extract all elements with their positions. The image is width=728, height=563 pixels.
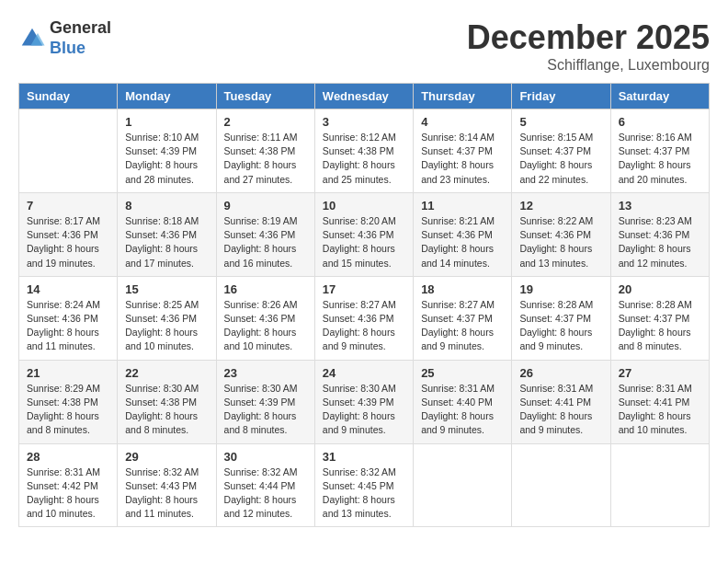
col-header-thursday: Thursday bbox=[414, 84, 512, 109]
day-cell bbox=[610, 443, 709, 527]
day-info: Sunrise: 8:26 AMSunset: 4:36 PMDaylight:… bbox=[224, 298, 307, 354]
day-cell: 19Sunrise: 8:28 AMSunset: 4:37 PMDayligh… bbox=[512, 276, 610, 360]
day-cell: 12Sunrise: 8:22 AMSunset: 4:36 PMDayligh… bbox=[512, 192, 610, 276]
day-number: 14 bbox=[27, 282, 109, 296]
day-number: 30 bbox=[224, 450, 307, 464]
logo-text: General Blue bbox=[50, 18, 111, 58]
day-cell: 30Sunrise: 8:32 AMSunset: 4:44 PMDayligh… bbox=[216, 443, 314, 527]
day-info: Sunrise: 8:31 AMSunset: 4:42 PMDaylight:… bbox=[27, 465, 109, 522]
day-info: Sunrise: 8:19 AMSunset: 4:36 PMDaylight:… bbox=[224, 214, 307, 270]
day-info: Sunrise: 8:10 AMSunset: 4:39 PMDaylight:… bbox=[125, 131, 208, 187]
day-info: Sunrise: 8:16 AMSunset: 4:37 PMDaylight:… bbox=[619, 131, 701, 187]
day-number: 24 bbox=[323, 366, 405, 380]
day-number: 17 bbox=[323, 282, 405, 296]
day-number: 29 bbox=[125, 450, 208, 464]
day-cell: 29Sunrise: 8:32 AMSunset: 4:43 PMDayligh… bbox=[118, 443, 216, 527]
col-header-friday: Friday bbox=[512, 84, 610, 109]
day-cell: 3Sunrise: 8:12 AMSunset: 4:38 PMDaylight… bbox=[314, 109, 413, 193]
day-info: Sunrise: 8:15 AMSunset: 4:37 PMDaylight:… bbox=[519, 131, 602, 187]
day-number: 3 bbox=[323, 115, 405, 129]
day-number: 10 bbox=[323, 199, 405, 213]
day-info: Sunrise: 8:32 AMSunset: 4:43 PMDaylight:… bbox=[125, 465, 208, 522]
week-row-4: 21Sunrise: 8:29 AMSunset: 4:38 PMDayligh… bbox=[19, 360, 710, 443]
day-number: 26 bbox=[519, 366, 602, 380]
day-cell: 28Sunrise: 8:31 AMSunset: 4:42 PMDayligh… bbox=[19, 443, 118, 527]
day-info: Sunrise: 8:17 AMSunset: 4:36 PMDaylight:… bbox=[27, 214, 109, 270]
day-number: 4 bbox=[421, 115, 504, 129]
day-cell: 11Sunrise: 8:21 AMSunset: 4:36 PMDayligh… bbox=[414, 192, 512, 276]
week-row-1: 1Sunrise: 8:10 AMSunset: 4:39 PMDaylight… bbox=[19, 109, 710, 193]
day-cell: 15Sunrise: 8:25 AMSunset: 4:36 PMDayligh… bbox=[118, 276, 216, 360]
day-cell bbox=[414, 443, 512, 527]
logo-blue-text: Blue bbox=[50, 39, 111, 59]
day-cell: 6Sunrise: 8:16 AMSunset: 4:37 PMDaylight… bbox=[610, 109, 709, 193]
calendar-table: SundayMondayTuesdayWednesdayThursdayFrid… bbox=[18, 83, 710, 527]
day-info: Sunrise: 8:24 AMSunset: 4:36 PMDaylight:… bbox=[27, 298, 109, 354]
col-header-monday: Monday bbox=[118, 84, 216, 109]
day-cell: 13Sunrise: 8:23 AMSunset: 4:36 PMDayligh… bbox=[610, 192, 709, 276]
day-number: 9 bbox=[224, 199, 307, 213]
day-cell: 14Sunrise: 8:24 AMSunset: 4:36 PMDayligh… bbox=[19, 276, 118, 360]
day-info: Sunrise: 8:18 AMSunset: 4:36 PMDaylight:… bbox=[125, 214, 208, 270]
day-number: 7 bbox=[27, 199, 109, 213]
day-cell: 26Sunrise: 8:31 AMSunset: 4:41 PMDayligh… bbox=[512, 360, 610, 443]
day-number: 5 bbox=[519, 115, 602, 129]
day-number: 19 bbox=[519, 282, 602, 296]
col-header-wednesday: Wednesday bbox=[314, 84, 413, 109]
day-cell: 20Sunrise: 8:28 AMSunset: 4:37 PMDayligh… bbox=[610, 276, 709, 360]
day-number: 15 bbox=[125, 282, 208, 296]
day-number: 31 bbox=[323, 450, 405, 464]
day-cell: 21Sunrise: 8:29 AMSunset: 4:38 PMDayligh… bbox=[19, 360, 118, 443]
week-row-5: 28Sunrise: 8:31 AMSunset: 4:42 PMDayligh… bbox=[19, 443, 710, 527]
logo-icon bbox=[18, 25, 46, 52]
col-header-saturday: Saturday bbox=[610, 84, 709, 109]
day-number: 21 bbox=[27, 366, 109, 380]
logo-general: General bbox=[50, 18, 111, 39]
title-block: December 2025 Schifflange, Luxembourg bbox=[467, 18, 710, 74]
day-number: 16 bbox=[224, 282, 307, 296]
day-cell: 22Sunrise: 8:30 AMSunset: 4:38 PMDayligh… bbox=[118, 360, 216, 443]
day-info: Sunrise: 8:11 AMSunset: 4:38 PMDaylight:… bbox=[224, 131, 307, 187]
day-info: Sunrise: 8:29 AMSunset: 4:38 PMDaylight:… bbox=[27, 382, 109, 438]
day-cell: 4Sunrise: 8:14 AMSunset: 4:37 PMDaylight… bbox=[414, 109, 512, 193]
day-number: 18 bbox=[421, 282, 504, 296]
day-info: Sunrise: 8:21 AMSunset: 4:36 PMDaylight:… bbox=[421, 214, 504, 270]
day-cell: 23Sunrise: 8:30 AMSunset: 4:39 PMDayligh… bbox=[216, 360, 314, 443]
day-number: 11 bbox=[421, 199, 504, 213]
day-cell: 1Sunrise: 8:10 AMSunset: 4:39 PMDaylight… bbox=[118, 109, 216, 193]
day-info: Sunrise: 8:27 AMSunset: 4:36 PMDaylight:… bbox=[323, 298, 405, 354]
day-info: Sunrise: 8:32 AMSunset: 4:44 PMDaylight:… bbox=[224, 465, 307, 522]
day-cell: 25Sunrise: 8:31 AMSunset: 4:40 PMDayligh… bbox=[414, 360, 512, 443]
col-header-tuesday: Tuesday bbox=[216, 84, 314, 109]
col-header-sunday: Sunday bbox=[19, 84, 118, 109]
day-number: 27 bbox=[619, 366, 701, 380]
location: Schifflange, Luxembourg bbox=[467, 57, 710, 74]
day-info: Sunrise: 8:22 AMSunset: 4:36 PMDaylight:… bbox=[519, 214, 602, 270]
day-number: 12 bbox=[519, 199, 602, 213]
day-number: 28 bbox=[27, 450, 109, 464]
day-info: Sunrise: 8:32 AMSunset: 4:45 PMDaylight:… bbox=[323, 465, 405, 522]
day-cell: 27Sunrise: 8:31 AMSunset: 4:41 PMDayligh… bbox=[610, 360, 709, 443]
week-row-2: 7Sunrise: 8:17 AMSunset: 4:36 PMDaylight… bbox=[19, 192, 710, 276]
day-number: 6 bbox=[619, 115, 701, 129]
day-number: 8 bbox=[125, 199, 208, 213]
day-cell: 18Sunrise: 8:27 AMSunset: 4:37 PMDayligh… bbox=[414, 276, 512, 360]
day-info: Sunrise: 8:14 AMSunset: 4:37 PMDaylight:… bbox=[421, 131, 504, 187]
week-row-3: 14Sunrise: 8:24 AMSunset: 4:36 PMDayligh… bbox=[19, 276, 710, 360]
day-info: Sunrise: 8:31 AMSunset: 4:41 PMDaylight:… bbox=[619, 382, 701, 438]
logo: General Blue bbox=[18, 18, 111, 58]
day-cell: 17Sunrise: 8:27 AMSunset: 4:36 PMDayligh… bbox=[314, 276, 413, 360]
day-cell: 24Sunrise: 8:30 AMSunset: 4:39 PMDayligh… bbox=[314, 360, 413, 443]
day-cell bbox=[19, 109, 118, 193]
day-info: Sunrise: 8:27 AMSunset: 4:37 PMDaylight:… bbox=[421, 298, 504, 354]
header-row: SundayMondayTuesdayWednesdayThursdayFrid… bbox=[19, 84, 710, 109]
day-info: Sunrise: 8:30 AMSunset: 4:38 PMDaylight:… bbox=[125, 382, 208, 438]
month-title: December 2025 bbox=[467, 18, 710, 57]
day-number: 25 bbox=[421, 366, 504, 380]
day-info: Sunrise: 8:31 AMSunset: 4:40 PMDaylight:… bbox=[421, 382, 504, 438]
day-cell: 5Sunrise: 8:15 AMSunset: 4:37 PMDaylight… bbox=[512, 109, 610, 193]
day-info: Sunrise: 8:30 AMSunset: 4:39 PMDaylight:… bbox=[323, 382, 405, 438]
day-cell: 31Sunrise: 8:32 AMSunset: 4:45 PMDayligh… bbox=[314, 443, 413, 527]
day-cell: 16Sunrise: 8:26 AMSunset: 4:36 PMDayligh… bbox=[216, 276, 314, 360]
day-cell: 10Sunrise: 8:20 AMSunset: 4:36 PMDayligh… bbox=[314, 192, 413, 276]
